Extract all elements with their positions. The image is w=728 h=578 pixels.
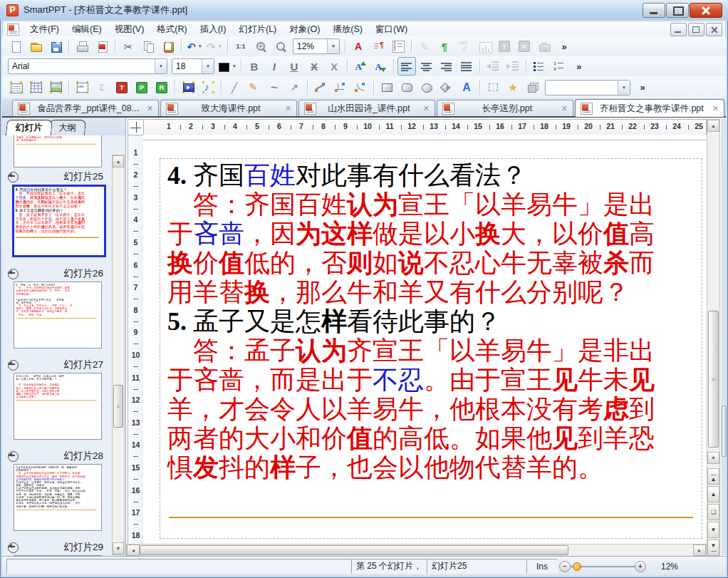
copy-button[interactable]: [139, 37, 157, 56]
slide-label-row[interactable]: 幻灯片29: [8, 541, 103, 554]
insert-image-button[interactable]: [46, 78, 65, 97]
insert-ole-object-button[interactable]: [73, 78, 91, 97]
font-color-swatch[interactable]: ▼: [217, 57, 237, 76]
new-document-button[interactable]: [6, 37, 25, 56]
toolbar-overflow-button[interactable]: »: [555, 37, 573, 56]
font-name-combo[interactable]: Arial▼: [8, 58, 167, 74]
navigator-button[interactable]: ❏: [707, 504, 719, 520]
print-button[interactable]: [73, 37, 91, 56]
arrow-button[interactable]: ↗: [285, 78, 303, 97]
panel-tab-outline[interactable]: 大纲: [48, 120, 85, 135]
document-minimize-button[interactable]: [670, 23, 687, 36]
select-button[interactable]: [484, 78, 502, 97]
connector-elbow-button[interactable]: [331, 78, 350, 97]
align-right-button[interactable]: [437, 57, 456, 76]
font-size-combo-value[interactable]: 18: [172, 61, 202, 71]
zoom-combo-value[interactable]: 12%: [293, 41, 327, 51]
slide-thumbnail[interactable]: 4. 齐国百姓对此事有什么看法？ 答：齐国百姓认为宣王「以羊易牛」是出于吝啬，因…: [12, 185, 106, 257]
vertical-scroll-thumb[interactable]: ≡: [708, 311, 719, 448]
last-slide-button[interactable]: ▼—: [707, 540, 719, 556]
scroll-up-icon[interactable]: ▲: [707, 120, 719, 132]
slide-label-row[interactable]: 幻灯片26: [8, 267, 103, 280]
font-name-combo-value[interactable]: Arial: [9, 61, 155, 71]
slide-label-row[interactable]: 幻灯片27: [8, 358, 103, 371]
close-tab-icon[interactable]: ✕: [423, 104, 430, 113]
scroll-right-icon[interactable]: ►: [693, 545, 706, 556]
zoom-in-icon[interactable]: +: [635, 561, 646, 572]
chevron-down-icon[interactable]: ▼: [202, 59, 214, 73]
connector-curve-button[interactable]: [351, 78, 370, 97]
slide-thumbnail[interactable]: 8.为什么说：「老吾老，以及人之老；幼吾幼，以及人之幼，天下可运于掌」？ 答：因…: [14, 373, 102, 440]
strikethrough-button[interactable]: X: [305, 57, 323, 76]
sidebar-scrollbar[interactable]: ▲ ≡ ▼: [112, 155, 125, 555]
menu-item-8[interactable]: 窗口(W): [369, 22, 414, 37]
menu-item-7[interactable]: 播放(S): [326, 22, 369, 37]
scroll-left-icon[interactable]: ◄: [127, 545, 140, 556]
slide-label-row[interactable]: 幻灯片25: [8, 170, 103, 183]
close-tab-icon[interactable]: ✕: [147, 104, 153, 113]
rectangle-button[interactable]: [378, 78, 396, 97]
shape-name-combo[interactable]: ▼: [545, 80, 630, 96]
document-tab-2[interactable]: 山水田园诗_课件.ppt✕: [298, 100, 435, 116]
fontwork-button[interactable]: A: [457, 78, 476, 97]
menu-item-3[interactable]: 格式(R): [150, 22, 193, 37]
document-tab-4[interactable]: 齐桓晋文之事教学课件.ppt✕: [575, 99, 724, 117]
previous-slide-button[interactable]: ▲: [707, 486, 719, 502]
paragraph-dialog-button[interactable]: [369, 37, 388, 56]
justify-button[interactable]: [457, 57, 476, 76]
document-tab-0[interactable]: 食品营养学_ppt课件_08...✕: [12, 100, 159, 116]
character-dialog-button[interactable]: A: [349, 37, 368, 56]
paste-button[interactable]: [159, 37, 177, 56]
zoom-out-icon[interactable]: −: [559, 561, 571, 572]
italic-button[interactable]: I: [265, 57, 284, 76]
zoom-page-button[interactable]: [271, 37, 290, 56]
export-pdf-button[interactable]: [93, 37, 111, 56]
menu-item-0[interactable]: 文件(F): [24, 22, 66, 37]
chevron-down-icon[interactable]: ▼: [327, 39, 339, 53]
next-slide-button[interactable]: ▼: [707, 522, 719, 538]
insert-notes-button[interactable]: R: [152, 78, 171, 97]
freeform-line-button[interactable]: [245, 78, 264, 97]
menu-item-2[interactable]: 视图(V): [108, 22, 151, 37]
decrease-font-button[interactable]: [371, 57, 390, 76]
toolbar-overflow-button[interactable]: »: [570, 57, 588, 76]
shadow-button[interactable]: X: [325, 57, 343, 76]
bullets-numbering-dialog-button[interactable]: [389, 37, 407, 56]
star-shapes-button[interactable]: ★: [504, 78, 522, 97]
menu-item-6[interactable]: 对象(O): [283, 22, 326, 37]
underline-button[interactable]: U: [285, 57, 303, 76]
chevron-down-icon[interactable]: ▼: [155, 59, 167, 73]
close-tab-icon[interactable]: ✕: [712, 104, 719, 113]
minimize-button[interactable]: [643, 3, 665, 18]
zoom-object-button[interactable]: [251, 37, 270, 56]
zoom-slider-handle[interactable]: [573, 562, 581, 571]
chevron-down-icon[interactable]: ▼: [218, 44, 222, 48]
insert-title-text-button[interactable]: T: [113, 78, 131, 97]
insert-outline-text-button[interactable]: P: [132, 78, 151, 97]
line-button[interactable]: ╱: [225, 78, 244, 97]
slide-thumbnail[interactable]: 6.「不能」与「不为」有什么分别? 答：「不为」是指有能力做却不去做的，如替长者…: [14, 282, 102, 349]
insert-audio-button[interactable]: [199, 78, 217, 97]
menu-item-4[interactable]: 插入(I): [194, 22, 233, 37]
formatting-marks-button[interactable]: ¶: [435, 37, 454, 56]
close-tab-icon[interactable]: ✕: [561, 104, 568, 113]
sidebar-scroll-up-icon[interactable]: ▲: [113, 155, 124, 167]
connector-button[interactable]: [311, 78, 330, 97]
document-close-button[interactable]: [706, 23, 722, 36]
scroll-down-icon[interactable]: ▼: [707, 452, 719, 464]
rounded-rectangle-button[interactable]: [397, 78, 416, 97]
cut-button[interactable]: ✂: [119, 37, 137, 56]
font-size-combo[interactable]: 18▼: [172, 58, 214, 74]
save-button[interactable]: [46, 37, 65, 56]
sidebar-scroll-down-icon[interactable]: ▼: [113, 542, 124, 554]
align-center-button[interactable]: [417, 57, 436, 76]
document-tab-1[interactable]: 致大海课件.ppt✕: [160, 100, 297, 116]
menu-item-5[interactable]: 幻灯片(L): [232, 22, 283, 37]
increase-font-button[interactable]: [351, 57, 370, 76]
vertical-scrollbar[interactable]: ▲ ≡ ▼ —▲ ▲ ❏ ▼ ▼—: [707, 119, 720, 557]
basic-shapes-button[interactable]: [437, 78, 456, 97]
maximize-button[interactable]: [666, 3, 689, 18]
horizontal-scrollbar[interactable]: ◄ ►: [126, 544, 707, 557]
numbered-list-button[interactable]: [550, 57, 568, 76]
chevron-down-icon[interactable]: ▼: [618, 81, 630, 95]
